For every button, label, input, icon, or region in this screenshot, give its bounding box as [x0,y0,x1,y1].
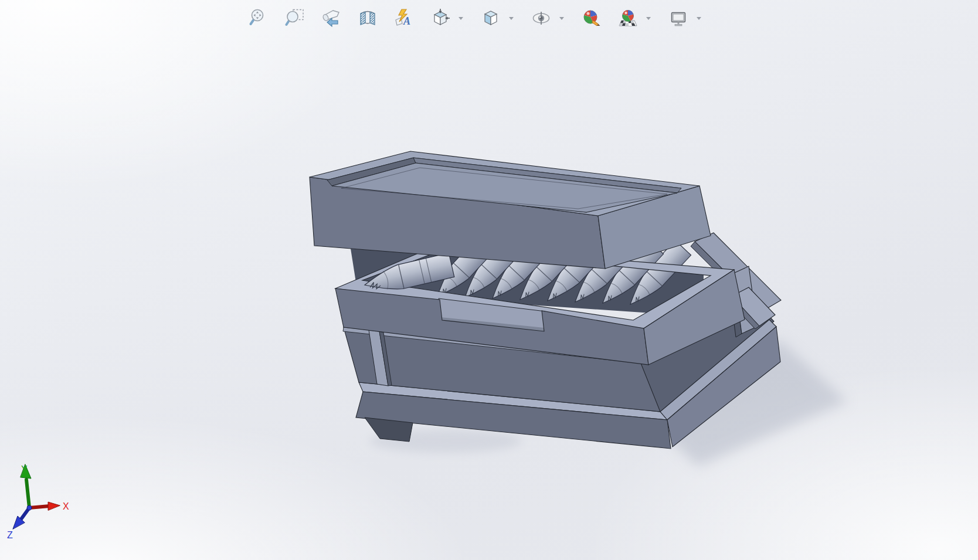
triad-y-label: Y [21,464,28,474]
display-style-button[interactable] [481,8,501,28]
chevron-down-icon [559,16,565,21]
reference-triad: Y X Z [7,464,69,540]
display-style-dropdown[interactable] [508,8,515,28]
display-style-icon [481,8,501,28]
triad-x-label: X [63,501,69,511]
section-view-button[interactable] [358,8,378,28]
svg-text:A: A [403,15,410,27]
apply-scene-dropdown[interactable] [645,8,652,28]
heads-up-toolbar: A [249,6,702,30]
edit-appearance-button[interactable] [582,8,602,28]
triad-z-label: Z [7,530,13,540]
chevron-down-icon [646,16,651,21]
hide-show-items-button[interactable] [531,8,551,28]
view-settings-icon [668,8,688,28]
view-settings-button[interactable] [668,8,688,28]
view-orientation-dropdown[interactable] [457,8,464,28]
zoom-to-area-button[interactable] [285,8,305,28]
chevron-down-icon [696,16,702,21]
zoom-to-fit-icon [249,8,269,28]
view-orientation-icon [430,8,450,28]
previous-view-icon [321,8,341,28]
annotation-views-icon: A [394,8,414,28]
view-orientation-button[interactable] [430,8,450,28]
previous-view-button[interactable] [321,8,341,28]
zoom-to-area-icon [285,8,305,28]
zoom-to-fit-button[interactable] [249,8,269,28]
hide-show-items-dropdown[interactable] [558,8,565,28]
annotation-views-button[interactable]: A [394,8,414,28]
apply-scene-button[interactable] [618,8,638,28]
edit-appearance-icon [582,8,602,28]
eye-icon [531,8,551,28]
model-viewport[interactable]: Y X Z [0,0,978,560]
view-settings-dropdown[interactable] [695,8,702,28]
apply-scene-icon [618,8,638,28]
chevron-down-icon [458,16,464,21]
chevron-down-icon [508,16,514,21]
section-view-icon [358,8,378,28]
graphics-area[interactable]: Y X Z [0,0,978,560]
